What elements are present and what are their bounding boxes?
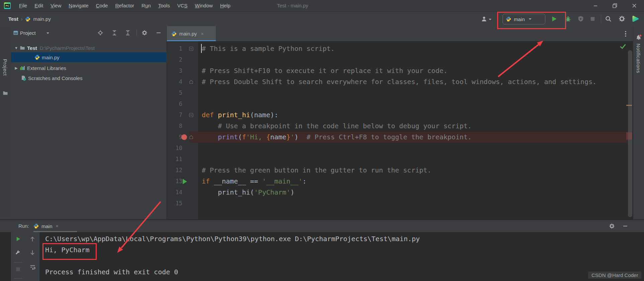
search-everywhere-button[interactable]: [605, 15, 612, 22]
stop-icon: [589, 16, 596, 22]
chevron-collapsed-icon[interactable]: ▶: [14, 66, 19, 70]
line-number-5: 5: [166, 87, 182, 98]
hide-run-panel-button[interactable]: [622, 223, 628, 229]
chevron-down-icon[interactable]: [46, 32, 50, 34]
up-stack-trace-button[interactable]: [29, 235, 36, 243]
folder-icon[interactable]: [3, 90, 8, 96]
menu-code[interactable]: Code: [92, 0, 112, 11]
window-controls: [586, 0, 644, 11]
editor-options-kebab-icon[interactable]: [622, 30, 629, 38]
code-editor: main.py × 1# This is a sample Python scr…: [166, 26, 633, 219]
tree-row-main-py[interactable]: main.py: [11, 52, 166, 62]
menu-run[interactable]: Run: [138, 0, 155, 11]
minimize-button[interactable]: [586, 0, 605, 11]
tree-node-name[interactable]: main.py: [42, 55, 60, 60]
user-profile-button[interactable]: [481, 16, 487, 22]
code-line-14[interactable]: print_hi('PyCharm'): [202, 187, 294, 198]
menu-tools[interactable]: Tools: [155, 0, 174, 11]
text-caret: [201, 44, 202, 53]
right-tool-stripe: Notifications: [633, 26, 644, 219]
code-line-1[interactable]: # This is a sample Python script.: [202, 43, 335, 54]
rerun-button[interactable]: [15, 236, 21, 242]
breakpoint-icon[interactable]: [181, 134, 187, 140]
fold-open-icon[interactable]: [189, 113, 193, 117]
menu-vcs[interactable]: VCS: [174, 0, 191, 11]
inspections-ok-icon[interactable]: [620, 44, 626, 49]
expand-all-button[interactable]: [111, 30, 117, 36]
run-panel-settings-button[interactable]: [609, 223, 615, 229]
tree-node-name[interactable]: External Libraries: [27, 65, 66, 71]
menu-view[interactable]: View: [47, 0, 65, 11]
menu-file[interactable]: File: [15, 0, 31, 11]
run-tab-main[interactable]: main ×: [33, 220, 59, 232]
libraries-icon: [20, 65, 25, 71]
fold-end-icon[interactable]: [189, 80, 193, 84]
line-number-8: 8: [166, 121, 182, 132]
tree-row-external-libraries[interactable]: ▶ External Libraries: [11, 63, 166, 73]
line-number-14: 14: [166, 187, 182, 198]
python-logo-icon: [33, 223, 39, 229]
soft-wrap-button[interactable]: [29, 264, 36, 270]
down-stack-trace-button[interactable]: [29, 249, 36, 256]
gear-icon: [619, 15, 625, 22]
menu-refactor[interactable]: Refactor: [111, 0, 138, 11]
menu-edit[interactable]: Edit: [31, 0, 47, 11]
project-panel-title[interactable]: Project: [20, 30, 36, 36]
tree-node-name[interactable]: Scratches and Consoles: [28, 75, 83, 81]
notifications-bell-icon[interactable]: [635, 34, 642, 41]
tool-stripe-notifications[interactable]: Notifications: [636, 44, 641, 73]
tree-row-scratches[interactable]: Scratches and Consoles: [11, 73, 166, 83]
run-tab-underline: [33, 231, 77, 232]
breadcrumb-project[interactable]: Test: [8, 16, 18, 22]
code-line-9[interactable]: print(f'Hi, {name}') # Press Ctrl+F8 to …: [202, 132, 472, 143]
tree-node-name[interactable]: Test: [27, 45, 37, 51]
stop-button[interactable]: [589, 16, 596, 22]
coverage-button[interactable]: [577, 15, 584, 22]
run-panel-header: Run: main ×: [0, 220, 644, 232]
code-line-4[interactable]: # Press Double Shift to search everywher…: [202, 76, 596, 87]
search-icon: [605, 15, 612, 22]
locate-file-button[interactable]: [97, 30, 103, 36]
toolbar-divider: [14, 278, 22, 279]
close-button[interactable]: [625, 0, 644, 11]
tool-stripe-project[interactable]: Project: [2, 59, 8, 76]
collapse-all-button[interactable]: [125, 30, 131, 36]
fold-open-icon[interactable]: [189, 47, 193, 51]
window-title: Test - main.py: [277, 0, 308, 11]
menu-help[interactable]: Help: [216, 0, 234, 11]
line-number-2: 2: [166, 54, 182, 65]
modify-run-config-button[interactable]: [15, 250, 21, 256]
panel-divider: [136, 29, 137, 36]
line-number-7: 7: [166, 110, 182, 121]
plugin-brand-icon[interactable]: [632, 15, 639, 22]
code-line-12[interactable]: # Press the green button in the gutter t…: [202, 165, 431, 176]
restore-button[interactable]: [605, 0, 625, 11]
tab-label[interactable]: main.py: [179, 31, 197, 37]
fold-end-icon[interactable]: [189, 135, 193, 139]
panel-settings-button[interactable]: [142, 30, 148, 36]
project-panel-header: Project: [11, 26, 166, 40]
menu-navigate[interactable]: Navigate: [65, 0, 92, 11]
code-line-3[interactable]: # Press Shift+F10 to execute it or repla…: [202, 65, 448, 76]
breadcrumb-separator: ›: [21, 16, 23, 22]
tree-row-project-root[interactable]: ▼ Test D:\PycharmProjects\Test: [11, 43, 166, 53]
code-line-13[interactable]: if __name__ == '__main__':: [202, 176, 306, 187]
menu-window[interactable]: Window: [191, 0, 216, 11]
coverage-icon: [577, 15, 584, 22]
chevron-expanded-icon[interactable]: ▼: [14, 46, 19, 50]
breadcrumb-file[interactable]: main.py: [33, 16, 51, 22]
title-bar: PC FileEditViewNavigateCodeRefactorRunTo…: [0, 0, 644, 12]
run-line-icon[interactable]: [183, 179, 187, 184]
scrollbar-mark: [626, 105, 632, 106]
tab-close-icon[interactable]: ×: [201, 31, 204, 37]
settings-button[interactable]: [619, 15, 625, 22]
hide-panel-button[interactable]: [156, 30, 162, 36]
tab-main-py[interactable]: main.py ×: [167, 26, 216, 41]
console-stop-button[interactable]: [15, 267, 21, 272]
scrollbar-breakpoint-mark: [626, 132, 632, 140]
run-tab-close-icon[interactable]: ×: [56, 223, 59, 229]
code-line-7[interactable]: def print_hi(name):: [202, 110, 278, 121]
breadcrumb[interactable]: Test › main.py: [8, 12, 51, 26]
code-line-8[interactable]: # Use a breakpoint in the code line belo…: [202, 121, 472, 132]
run-tab-label[interactable]: main: [41, 223, 53, 229]
